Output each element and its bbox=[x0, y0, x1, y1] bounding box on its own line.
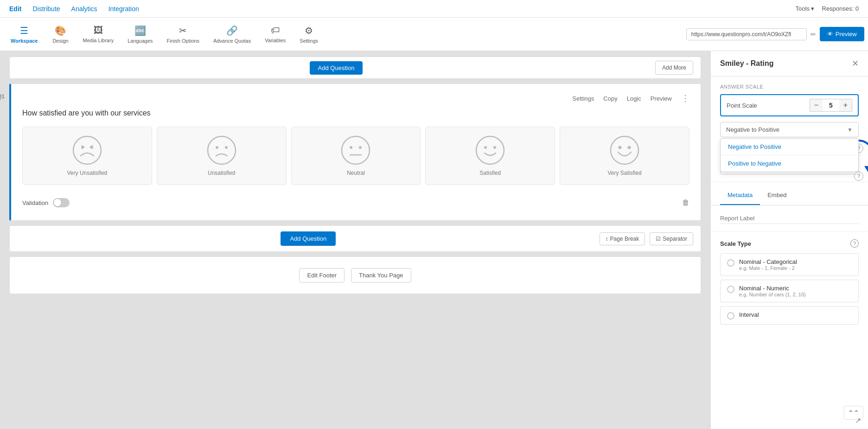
smiley-label-satisfied: Satisfied bbox=[479, 170, 501, 176]
svg-point-15 bbox=[628, 146, 631, 149]
separator-icon: ☑ bbox=[656, 236, 661, 242]
scale-option-label-nominal-categorical: Nominal - Categorical bbox=[739, 258, 797, 265]
edit-footer-button[interactable]: Edit Footer bbox=[299, 268, 345, 282]
dropdown-option-negative-to-positive[interactable]: Negative to Positive bbox=[721, 139, 858, 155]
scale-option-sub-nominal-numeric: e.g. Number of cars (1, 2, 10) bbox=[739, 292, 806, 297]
copy-action[interactable]: Copy bbox=[603, 95, 617, 102]
toolbar-settings[interactable]: ⚙ Settings bbox=[293, 22, 325, 46]
smiley-card-satisfied[interactable]: Satisfied bbox=[425, 127, 555, 185]
tab-embed[interactable]: Embed bbox=[760, 186, 794, 205]
direction-dropdown-trigger[interactable]: Negative to Positive ▼ bbox=[720, 122, 859, 137]
question-actions-row: Settings Copy Logic Preview ⋮ bbox=[22, 93, 689, 103]
answer-scale-label: Answer Scale bbox=[720, 84, 859, 90]
radio-interval[interactable] bbox=[727, 312, 734, 320]
help-icon-2[interactable]: ? bbox=[854, 172, 863, 181]
smiley-card-very-unsatisfied[interactable]: Very Unsatisfied bbox=[22, 127, 152, 185]
panel-title: Smiley - Rating bbox=[720, 59, 774, 68]
preview-label: Preview bbox=[836, 31, 857, 38]
smiley-face-unsatisfied bbox=[207, 135, 236, 165]
svg-point-8 bbox=[359, 146, 362, 149]
separator-button[interactable]: ☑ Separator bbox=[650, 232, 693, 245]
svg-point-5 bbox=[225, 146, 228, 149]
design-label: Design bbox=[52, 38, 68, 44]
finish-options-label: Finish Options bbox=[167, 38, 199, 44]
report-label-input[interactable] bbox=[720, 213, 859, 224]
point-scale-label: Point Scale bbox=[727, 102, 757, 109]
smiley-label-unsatisfied: Unsatisfied bbox=[208, 170, 235, 176]
smiley-face-satisfied bbox=[475, 135, 505, 165]
more-options-icon[interactable]: ⋮ bbox=[681, 93, 689, 103]
tab-metadata[interactable]: Metadata bbox=[720, 186, 760, 205]
advance-quotas-label: Advance Quotas bbox=[213, 38, 251, 44]
smiley-card-neutral[interactable]: Neutral bbox=[291, 127, 421, 185]
nav-distribute[interactable]: Distribute bbox=[32, 5, 60, 13]
toolbar-languages[interactable]: 🔤 Languages bbox=[121, 22, 159, 46]
radio-nominal-categorical[interactable] bbox=[727, 259, 734, 267]
settings-label: Settings bbox=[300, 38, 318, 44]
dropdown-option-positive-to-negative[interactable]: Positive to Negative bbox=[721, 155, 858, 172]
add-more-button[interactable]: Add More bbox=[655, 61, 693, 75]
direction-dropdown-wrapper: Negative to Positive ▼ Negative to Posit… bbox=[720, 122, 859, 137]
svg-point-6 bbox=[342, 136, 370, 164]
scale-option-label-nominal-numeric: Nominal - Numeric bbox=[739, 285, 806, 292]
preview-action[interactable]: Preview bbox=[651, 95, 672, 102]
direction-dropdown-menu: Negative to Positive Positive to Negativ… bbox=[720, 138, 859, 172]
page-break-icon: ↕ bbox=[606, 236, 608, 242]
edit-url-icon[interactable]: ✏ bbox=[811, 31, 816, 38]
preview-button[interactable]: 👁 Preview bbox=[820, 27, 864, 41]
smiley-options-row: Very Unsatisfied Unsatisfied bbox=[22, 127, 689, 185]
footer-area: Edit Footer Thank You Page bbox=[9, 256, 701, 294]
toolbar-workspace[interactable]: ☰ Workspace bbox=[4, 22, 45, 47]
delete-question-icon[interactable]: 🗑 bbox=[682, 198, 689, 207]
scale-option-nominal-categorical[interactable]: Nominal - Categorical e.g. Male - 1, Fem… bbox=[720, 253, 859, 276]
answer-scale-section: Answer Scale Point Scale − 5 + Negative … bbox=[711, 77, 868, 145]
advance-quotas-icon: 🔗 bbox=[226, 25, 238, 36]
point-scale-increase[interactable]: + bbox=[839, 99, 852, 112]
languages-icon: 🔤 bbox=[134, 25, 146, 36]
panel-header: Smiley - Rating ✕ bbox=[711, 51, 868, 77]
point-scale-decrease[interactable]: − bbox=[810, 99, 823, 112]
point-scale-value: 5 bbox=[823, 99, 839, 112]
toolbar-finish-options[interactable]: ✂ Finish Options bbox=[160, 22, 206, 46]
toolbar-variables[interactable]: 🏷 Variables bbox=[258, 22, 292, 46]
workspace-icon: ☰ bbox=[20, 25, 28, 36]
smiley-card-very-satisfied[interactable]: Very Satisfied bbox=[560, 127, 689, 185]
scale-type-section: Scale Type ? Nominal - Categorical e.g. … bbox=[711, 232, 868, 336]
survey-url-input[interactable] bbox=[686, 28, 807, 40]
nav-analytics[interactable]: Analytics bbox=[71, 5, 97, 13]
svg-point-13 bbox=[611, 136, 638, 164]
scale-option-label-interval: Interval bbox=[739, 311, 759, 318]
tools-menu[interactable]: Tools ▾ bbox=[796, 5, 815, 12]
validation-label: Validation bbox=[22, 199, 48, 206]
variables-icon: 🏷 bbox=[271, 25, 280, 36]
add-question-button-top[interactable]: Add Question bbox=[310, 61, 363, 75]
resize-handle[interactable]: ↗ bbox=[855, 416, 864, 425]
smiley-face-neutral bbox=[341, 135, 370, 165]
scale-option-nominal-numeric[interactable]: Nominal - Numeric e.g. Number of cars (1… bbox=[720, 280, 859, 302]
page-break-button[interactable]: ↕ Page Break bbox=[600, 232, 645, 245]
question-text: How satisfied are you with our services bbox=[22, 109, 689, 117]
toolbar-media-library[interactable]: 🖼 Media Library bbox=[77, 22, 121, 46]
smiley-card-unsatisfied[interactable]: Unsatisfied bbox=[157, 127, 287, 185]
validation-toggle[interactable] bbox=[53, 198, 70, 207]
smiley-label-very-unsatisfied: Very Unsatisfied bbox=[67, 170, 108, 176]
scale-option-interval[interactable]: Interval bbox=[720, 306, 859, 325]
direction-dropdown-arrow: ▼ bbox=[847, 127, 853, 133]
thank-you-page-button[interactable]: Thank You Page bbox=[351, 268, 411, 282]
question-block: Q1 Settings Copy Logic Preview ⋮ How sat… bbox=[9, 83, 701, 221]
add-question-button-main[interactable]: Add Question bbox=[281, 231, 336, 246]
validation-row: Validation 🗑 bbox=[22, 194, 689, 211]
toolbar-advance-quotas[interactable]: 🔗 Advance Quotas bbox=[207, 22, 257, 46]
scale-type-help-icon[interactable]: ? bbox=[850, 239, 859, 248]
nav-integration[interactable]: Integration bbox=[108, 5, 139, 13]
radio-nominal-numeric[interactable] bbox=[727, 286, 734, 293]
panel-close-icon[interactable]: ✕ bbox=[852, 58, 859, 69]
logic-action[interactable]: Logic bbox=[627, 95, 641, 102]
toolbar-design[interactable]: 🎨 Design bbox=[46, 22, 76, 46]
settings-action[interactable]: Settings bbox=[572, 95, 594, 102]
scale-type-title: Scale Type bbox=[720, 240, 751, 247]
svg-point-12 bbox=[493, 146, 496, 149]
canvas-area: Add Question Add More Q1 Settings Copy L… bbox=[0, 51, 710, 429]
nav-edit[interactable]: Edit bbox=[9, 5, 21, 13]
languages-label: Languages bbox=[128, 38, 153, 44]
